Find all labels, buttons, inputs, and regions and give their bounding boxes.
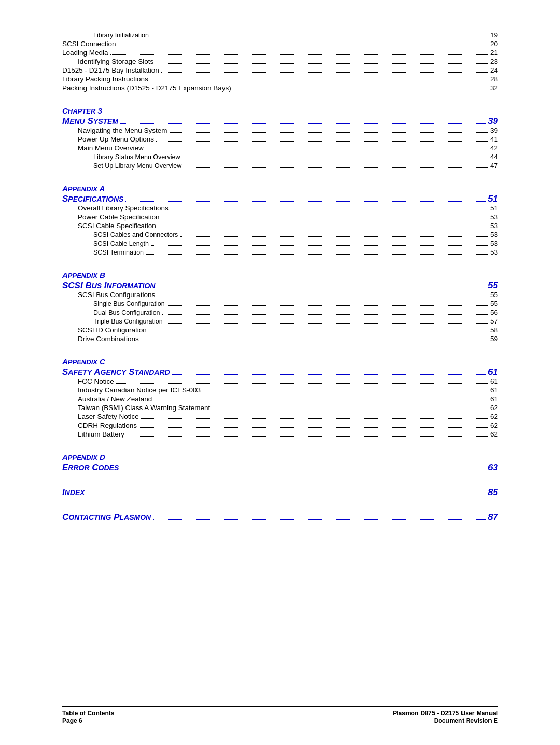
toc-dots	[146, 254, 488, 255]
toc-entry-packing-instructions: Packing Instructions (D1525 - D2175 Expa…	[62, 84, 498, 92]
toc-label: Library Packing Instructions	[62, 75, 148, 83]
toc-dots	[150, 81, 488, 81]
toc-label: SCSI ID Configuration	[78, 326, 147, 334]
footer-revision: Document Revision E	[393, 717, 498, 724]
footer-right: Plasmon D875 - D2175 User Manual Documen…	[393, 710, 498, 724]
appendix-d-dots	[121, 470, 486, 470]
appendix-c-page: 61	[488, 367, 498, 377]
toc-entry: SCSI Cable Length 53	[62, 240, 498, 247]
toc-page: 53	[490, 231, 498, 238]
appendix-b-dots	[157, 288, 486, 288]
toc-page: 61	[490, 377, 498, 385]
toc-dots	[118, 46, 488, 46]
toc-page: 28	[490, 75, 498, 83]
toc-label: FCC Notice	[78, 377, 114, 385]
toc-page: 57	[490, 317, 498, 325]
toc-dots	[161, 72, 488, 73]
contacting-title: CONTACTING PLASMON	[62, 512, 151, 523]
contacting-page: 87	[488, 512, 498, 523]
appendix-a-page: 51	[488, 194, 498, 204]
toc-entry-loading-media: Loading Media 21	[62, 49, 498, 57]
toc-dots	[167, 305, 488, 306]
toc-page: 62	[490, 413, 498, 420]
toc-entry: Drive Combinations 59	[62, 335, 498, 343]
toc-dots	[157, 297, 488, 297]
toc-page: 53	[490, 222, 498, 230]
page: Library Initialization 19 SCSI Connectio…	[0, 0, 560, 745]
toc-dots	[127, 436, 488, 437]
toc-entry: Lithium Battery 62	[62, 430, 498, 438]
toc-page: 47	[490, 162, 498, 170]
toc-dots	[151, 245, 488, 246]
footer-toc-label: Table of Contents	[62, 710, 114, 717]
toc-page: 59	[490, 335, 498, 343]
appendix-b-label: APPENDIX B	[62, 271, 498, 279]
toc-entry-bay-install: D1525 - D2175 Bay Installation 24	[62, 66, 498, 74]
toc-dots	[149, 332, 488, 332]
toc-label: CDRH Regulations	[78, 421, 137, 429]
toc-page: 56	[490, 308, 498, 316]
index-dots	[87, 495, 486, 495]
toc-label: Lithium Battery	[78, 430, 124, 438]
toc-label: SCSI Termination	[93, 249, 144, 256]
footer-page-number: Page 6	[62, 717, 114, 724]
toc-label: Identifying Storage Slots	[78, 58, 153, 65]
toc-dots	[162, 314, 488, 315]
toc-dots	[158, 228, 488, 228]
toc-page: 62	[490, 421, 498, 429]
toc-label: Packing Instructions (D1525 - D2175 Expa…	[62, 84, 231, 92]
toc-label: Power Cable Specification	[78, 213, 160, 221]
toc-dots	[156, 141, 488, 142]
top-entries-section: Library Initialization 19 SCSI Connectio…	[62, 31, 498, 92]
toc-dots	[171, 210, 488, 210]
toc-entry: Single Bus Configuration 55	[62, 300, 498, 307]
toc-page: 19	[490, 31, 498, 39]
toc-page: 32	[490, 84, 498, 92]
toc-entry: Laser Safety Notice 62	[62, 413, 498, 420]
appendix-c-label: APPENDIX C	[62, 357, 498, 366]
toc-dots	[156, 63, 488, 64]
appendix-c-title-line: SAFETY AGENCY STANDARD 61	[62, 367, 498, 377]
toc-label: SCSI Cables and Connectors	[93, 231, 178, 238]
toc-page: 42	[490, 144, 498, 152]
toc-label: Set Up Library Menu Overview	[93, 162, 181, 170]
appendix-b-title: SCSI BUS INFORMATION	[62, 280, 155, 291]
appendix-d-title-line: ERROR CODES 63	[62, 462, 498, 473]
toc-entry: CDRH Regulations 62	[62, 421, 498, 429]
appendix-a-title-line: SPECIFICATIONS 51	[62, 194, 498, 204]
toc-page: 44	[490, 153, 498, 161]
toc-label: SCSI Connection	[62, 40, 116, 48]
toc-page: 61	[490, 395, 498, 403]
contacting-section: CONTACTING PLASMON 87	[62, 512, 498, 523]
toc-page: 58	[490, 326, 498, 334]
toc-dots	[165, 323, 488, 324]
footer: Table of Contents Page 6 Plasmon D875 - …	[62, 706, 498, 724]
toc-label: Taiwan (BSMI) Class A Warning Statement	[78, 404, 210, 412]
toc-label: Drive Combinations	[78, 335, 139, 343]
appendix-a-section: APPENDIX A SPECIFICATIONS 51 Overall Lib…	[62, 184, 498, 256]
toc-page: 23	[490, 58, 498, 65]
toc-page: 41	[490, 135, 498, 143]
toc-page: 53	[490, 213, 498, 221]
toc-entry: SCSI Termination 53	[62, 248, 498, 256]
footer-manual-title: Plasmon D875 - D2175 User Manual	[393, 710, 498, 717]
chapter3-dots	[120, 123, 486, 124]
appendix-c-dots	[172, 374, 486, 375]
appendix-c-title: SAFETY AGENCY STANDARD	[62, 367, 170, 377]
toc-label: Industry Canadian Notice per ICES-003	[78, 386, 201, 394]
toc-entry: Power Cable Specification 53	[62, 213, 498, 221]
appendix-d-section: APPENDIX D ERROR CODES 63	[62, 453, 498, 473]
toc-entry: Triple Bus Configuration 57	[62, 317, 498, 325]
chapter3-label: CHAPTER 3	[62, 106, 498, 115]
toc-entry: SCSI Cables and Connectors 53	[62, 231, 498, 238]
toc-page: 53	[490, 240, 498, 247]
toc-entry-scsi-conn: SCSI Connection 20	[62, 40, 498, 48]
toc-dots	[184, 167, 488, 168]
toc-dots	[182, 159, 488, 159]
appendix-b-title-line: SCSI BUS INFORMATION 55	[62, 280, 498, 291]
toc-dots	[170, 132, 488, 133]
toc-entry: Main Menu Overview 42	[62, 144, 498, 152]
toc-dots	[139, 427, 488, 428]
toc-entry: SCSI Bus Configurations 55	[62, 291, 498, 299]
chapter3-page: 39	[488, 116, 498, 126]
